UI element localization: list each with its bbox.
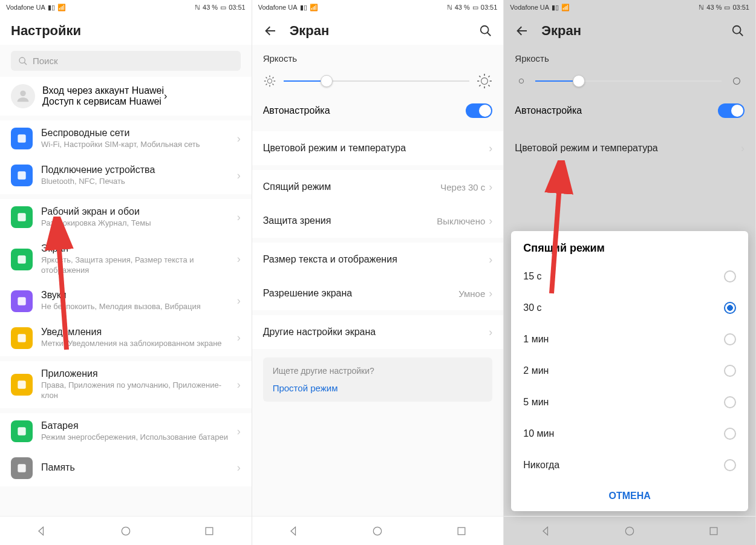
chevron-right-icon: › [489,142,492,155]
account-title: Вход через аккаунт Huawei [42,85,164,96]
svg-rect-10 [18,428,25,436]
wifi-icon: 📶 [57,4,66,11]
chevron-right-icon: › [237,211,241,224]
header: Настройки [0,15,252,45]
recent-nav-icon[interactable] [455,525,468,537]
back-icon[interactable] [515,24,529,38]
svg-line-25 [272,77,273,79]
radio-icon [724,365,736,377]
page-title: Экран [290,23,480,39]
svg-rect-7 [18,297,25,305]
battery-icon [11,420,33,442]
settings-row-display[interactable]: ЭкранЯркость, Защита зрения, Размер текс… [0,236,252,283]
svg-point-40 [520,79,524,83]
settings-row-storage[interactable]: Память › [0,450,252,486]
wireless-icon [11,128,33,149]
svg-rect-3 [18,135,25,143]
simple-mode-link[interactable]: Простой режим [273,383,483,393]
search-icon[interactable] [731,24,745,38]
device-conn-icon [11,165,33,186]
settings-row-wireless[interactable]: Беспроводные сетиWi-Fi, Настройки SIM-ка… [0,120,252,157]
chevron-right-icon: › [237,379,241,391]
brightness-slider[interactable] [504,67,755,97]
display-row[interactable]: Цветовой режим и температура› [252,131,504,165]
settings-row-notif[interactable]: УведомленияМетки, Уведомления на заблоки… [0,319,252,356]
back-icon[interactable] [263,24,278,38]
svg-rect-43 [710,527,717,535]
sleep-option[interactable]: 30 с [511,292,748,324]
svg-line-1 [24,62,27,65]
page-title: Экран [541,23,731,39]
recent-nav-icon[interactable] [708,525,720,537]
settings-row-home-wall[interactable]: Рабочий экран и обоиРазблокировка Журнал… [0,199,252,236]
home-nav-icon[interactable] [371,525,383,537]
svg-line-34 [489,76,490,77]
svg-line-31 [480,76,481,77]
sound-icon [11,290,33,312]
search-placeholder: Поиск [33,56,58,66]
svg-rect-14 [206,527,213,535]
svg-point-26 [481,78,488,85]
svg-line-23 [272,84,273,85]
sun-low-icon [515,74,528,88]
header: Экран [504,15,755,45]
auto-brightness-row: Автонастройка [252,97,504,126]
svg-point-0 [19,57,25,63]
back-nav-icon[interactable] [36,525,48,537]
home-nav-icon[interactable] [624,525,636,537]
statusbar: Vodafone UA▮▯📶 ℕ43 %▭03:51 [252,0,504,15]
display-row[interactable]: Размер текста и отображения› [252,243,504,276]
svg-point-42 [625,527,633,535]
display-row[interactable]: Другие настройки экрана› [252,315,504,349]
svg-line-16 [487,33,491,36]
clock: 03:51 [229,4,246,11]
chevron-right-icon: › [489,253,492,266]
sleep-option[interactable]: 15 с [511,261,748,292]
settings-row-sound[interactable]: ЗвукиНе беспокоить, Мелодия вызова, Вибр… [0,282,252,319]
chevron-right-icon: › [237,295,241,307]
search-icon[interactable] [479,24,492,38]
svg-line-33 [480,85,481,86]
display-row[interactable]: Спящий режимЧерез 30 с› [252,170,504,204]
settings-row-battery[interactable]: БатареяРежим энергосбережения, Использов… [0,413,252,450]
storage-icon [11,457,33,479]
nfc-icon: ℕ [195,4,200,11]
brightness-slider[interactable] [252,67,504,97]
search-input[interactable]: Поиск [11,51,241,71]
back-nav-icon[interactable] [288,525,300,537]
home-wall-icon [11,206,33,228]
display-icon [11,249,33,270]
radio-icon [724,459,736,471]
sleep-option[interactable]: 1 мин [511,324,748,355]
battery-pct: 43 % [203,4,218,11]
cancel-button[interactable]: ОТМЕНА [511,481,748,511]
sleep-option[interactable]: 10 мин [511,418,748,449]
radio-icon [724,396,736,408]
display-row[interactable]: Защита зренияВыключено› [252,204,504,238]
chevron-right-icon: › [164,91,167,102]
hint-card: Ищете другие настройки? Простой режим [263,357,493,402]
recent-nav-icon[interactable] [203,525,215,537]
chevron-right-icon: › [237,169,241,182]
sleep-option[interactable]: 2 мин [511,355,748,387]
auto-toggle[interactable] [466,103,492,118]
display-row[interactable]: Разрешение экранаУмное› [252,276,504,310]
settings-row-apps[interactable]: ПриложенияПрава, Приложения по умолчанию… [0,361,252,408]
svg-rect-4 [18,172,25,180]
auto-toggle[interactable] [718,103,745,118]
avatar [11,84,35,108]
svg-point-13 [122,527,129,535]
statusbar: Vodafone UA▮▯📶 ℕ43 %▭03:51 [504,0,755,15]
sleep-option[interactable]: 5 мин [511,387,748,418]
settings-row-device-conn[interactable]: Подключение устройстваBluetooth, NFC, Пе… [0,157,252,194]
home-nav-icon[interactable] [120,525,132,537]
account-row[interactable]: Вход через аккаунт HuaweiДоступ к сервис… [0,77,252,116]
back-nav-icon[interactable] [540,525,552,537]
sleep-option[interactable]: Никогда [511,449,748,481]
screen-display: Vodafone UA▮▯📶 ℕ43 %▭03:51 Экран Яркость… [252,0,504,545]
brightness-label: Яркость [252,45,504,67]
sun-high-icon [729,73,745,89]
display-options: Цветовой режим и температура›Спящий режи… [252,131,504,349]
color-mode-row[interactable]: Цветовой режим и температура › [504,131,755,165]
chevron-right-icon: › [237,462,241,474]
